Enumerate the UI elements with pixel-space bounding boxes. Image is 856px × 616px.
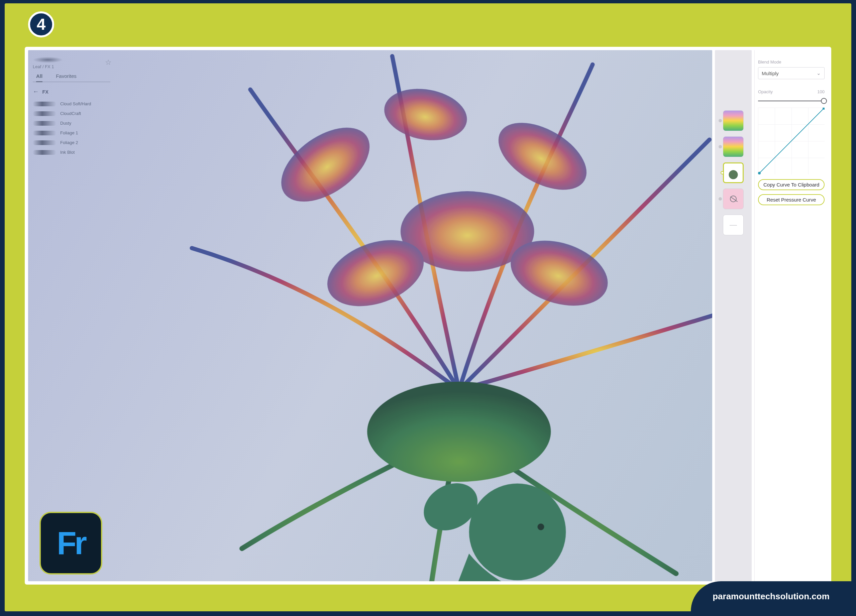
brush-stroke-icon [33, 140, 56, 145]
tab-all[interactable]: All [36, 73, 43, 82]
brush-group-label: FX [43, 89, 49, 95]
slider-track [758, 101, 825, 101]
layer-thumbnail-hidden[interactable] [723, 189, 744, 209]
selected-layer-dot-icon [721, 171, 724, 175]
step-number: 4 [37, 16, 46, 32]
reset-curve-button[interactable]: Reset Pressure Curve [758, 194, 825, 205]
svg-line-10 [759, 108, 824, 173]
svg-point-9 [538, 524, 544, 530]
svg-point-11 [758, 172, 761, 175]
slider-knob-icon[interactable] [821, 98, 827, 104]
brush-item[interactable]: Dusty [33, 121, 110, 126]
tab-favorites[interactable]: Favorites [56, 73, 77, 79]
artwork-illustration [28, 50, 712, 581]
footer-banner: paramounttechsolution.com [691, 581, 851, 611]
layers-panel: — [715, 50, 752, 581]
canvas-area: Leaf / FX 1 ☆ All Favorites ← FX Cloud S… [28, 50, 712, 581]
adobe-fresco-logo: Fr [40, 512, 102, 575]
step-number-badge: 4 [28, 11, 54, 37]
brush-item-label: CloudCraft [60, 111, 81, 116]
svg-point-1 [380, 83, 471, 147]
properties-panel: Blend Mode Multiply ⌄ Opacity 100 [754, 50, 828, 581]
opacity-value: 100 [817, 89, 825, 94]
brush-item[interactable]: CloudCraft [33, 111, 110, 116]
brush-panel: Leaf / FX 1 ☆ All Favorites ← FX Cloud S… [28, 50, 115, 166]
brush-item-label: Foliage 1 [60, 131, 78, 135]
blend-mode-label: Blend Mode [758, 60, 825, 65]
brush-stroke-icon [33, 150, 56, 155]
blend-mode-select[interactable]: Multiply ⌄ [758, 67, 825, 79]
brush-group-header[interactable]: ← FX [33, 88, 110, 95]
back-chevron-icon: ← [33, 88, 39, 95]
svg-point-6 [367, 382, 551, 482]
screenshot-card: Leaf / FX 1 ☆ All Favorites ← FX Cloud S… [25, 47, 831, 585]
brush-item-label: Dusty [60, 121, 71, 126]
brush-item-label: Foliage 2 [60, 140, 78, 145]
layer-thumbnail[interactable] [723, 110, 744, 131]
svg-point-7 [469, 484, 566, 581]
layer-thumbnail-selected[interactable] [723, 163, 744, 183]
current-brush-name: Leaf / FX 1 [33, 64, 110, 69]
brush-stroke-icon [33, 131, 56, 135]
layer-thumbnail[interactable] [723, 137, 744, 157]
favorite-star-icon[interactable]: ☆ [105, 58, 112, 67]
brush-item[interactable]: Foliage 1 [33, 131, 110, 135]
brush-stroke-icon [33, 111, 56, 116]
opacity-slider[interactable] [758, 98, 825, 104]
brush-item-label: Cloud Soft/Hard [60, 101, 91, 106]
opacity-label: Opacity [758, 89, 773, 94]
chevron-down-icon: ⌄ [816, 70, 821, 76]
brush-stroke-icon [33, 121, 56, 126]
brush-stroke-icon [33, 101, 56, 106]
layer-thumbnail[interactable]: — [723, 215, 744, 235]
pressure-curve-graph[interactable] [758, 108, 825, 175]
visibility-off-icon [730, 195, 737, 202]
brush-item[interactable]: Ink Blot [33, 150, 110, 155]
brush-item[interactable]: Cloud Soft/Hard [33, 101, 110, 106]
svg-point-2 [487, 109, 598, 204]
footer-url: paramounttechsolution.com [713, 591, 830, 602]
svg-point-0 [268, 113, 383, 217]
brush-item[interactable]: Foliage 2 [33, 140, 110, 145]
brush-preview-stroke [33, 57, 63, 63]
blend-mode-value: Multiply [762, 71, 779, 76]
fresco-logo-text: Fr [57, 525, 85, 562]
brush-item-label: Ink Blot [60, 150, 75, 155]
copy-curve-button[interactable]: Copy Curve To Clipboard [758, 179, 825, 190]
